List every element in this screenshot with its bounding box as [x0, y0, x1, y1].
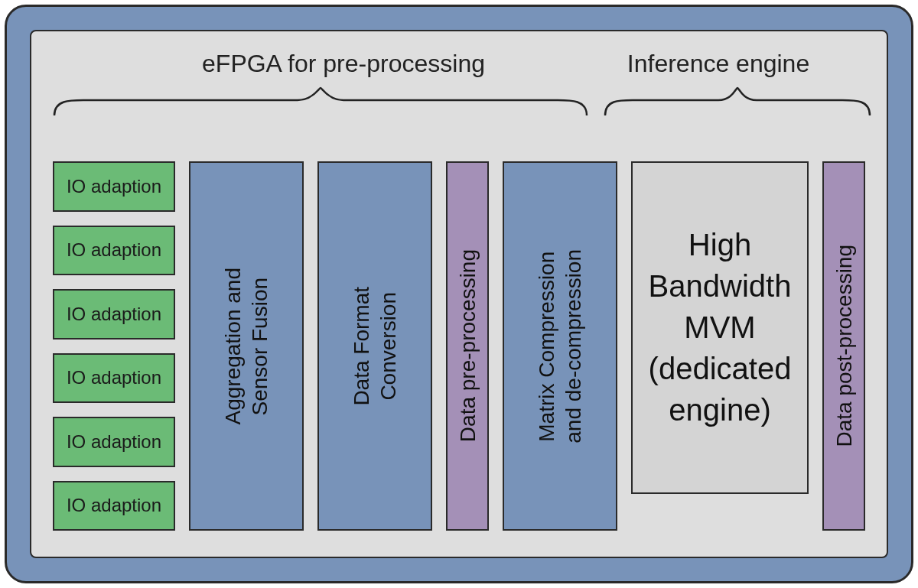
format-conversion-label: Data Format Conversion [348, 287, 402, 406]
post-processing-block: Data post-processing [822, 161, 865, 531]
format-conversion-block: Data Format Conversion [317, 161, 432, 531]
header-area: eFPGA for pre-processing Inference engin… [53, 47, 865, 158]
io-adaption-box: IO adaption [53, 161, 175, 212]
pre-processing-block: Data pre-processing [446, 161, 489, 531]
matrix-compression-label: Matrix Compression and de-compression [533, 249, 587, 443]
blocks-row: IO adaption IO adaption IO adaption IO a… [53, 161, 865, 531]
io-adaption-box: IO adaption [53, 481, 175, 531]
io-adaption-box: IO adaption [53, 417, 175, 467]
mvm-block: High Bandwidth MVM (dedicated engine) [631, 161, 809, 494]
post-processing-label: Data post-processing [831, 245, 858, 447]
header-efpga: eFPGA for pre-processing [183, 50, 504, 78]
header-inference: Inference engine [596, 50, 841, 78]
matrix-compression-block: Matrix Compression and de-compression [503, 161, 617, 531]
io-adaption-box: IO adaption [53, 226, 175, 276]
aggregation-label: Aggregation and Sensor Fusion [220, 268, 273, 425]
brace-right [604, 86, 871, 117]
pre-processing-label: Data pre-processing [454, 249, 481, 442]
io-column: IO adaption IO adaption IO adaption IO a… [53, 161, 175, 531]
brace-left [53, 86, 588, 117]
mvm-label: High Bandwidth MVM (dedicated engine) [646, 224, 793, 430]
outer-frame: eFPGA for pre-processing Inference engin… [5, 5, 913, 583]
inner-panel: eFPGA for pre-processing Inference engin… [30, 30, 888, 558]
aggregation-block: Aggregation and Sensor Fusion [189, 161, 304, 531]
io-adaption-box: IO adaption [53, 289, 175, 339]
io-adaption-box: IO adaption [53, 353, 175, 404]
